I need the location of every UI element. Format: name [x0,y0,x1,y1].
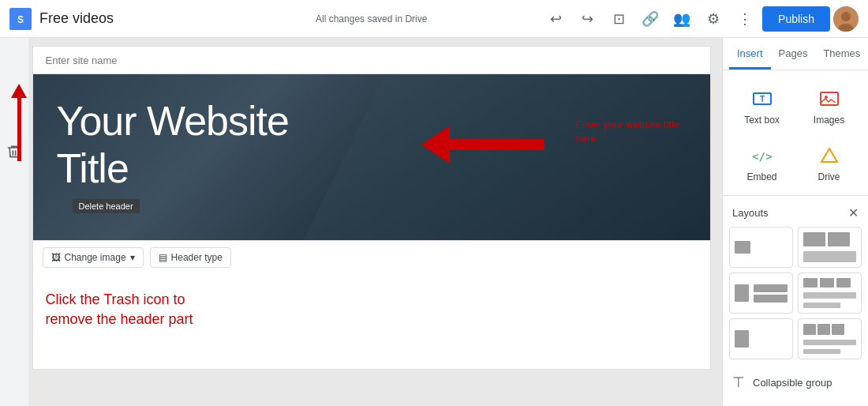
layouts-header: Layouts ✕ [729,202,862,227]
collapsible-icon: ⊤ [732,374,745,391]
link-button[interactable]: 🔗 [636,5,664,33]
dropdown-arrow: ▾ [130,252,135,263]
collapsible-group-item[interactable]: ⊤ Collapsible group [723,366,868,399]
document-title: Free videos [39,10,201,27]
layout-item-5[interactable] [729,318,793,359]
layout-item-4[interactable] [798,273,862,314]
app-logo: S [9,8,32,30]
textbox-label: Text box [744,115,780,126]
share-button[interactable]: 👥 [668,5,696,33]
main-layout: Your Website Title Enter your website ti… [0,38,868,406]
left-sidebar [0,38,28,406]
drive-label: Drive [817,171,840,182]
layouts-title: Layouts [732,207,769,219]
title-arrow [421,126,544,164]
svg-text:</>: </> [752,150,772,163]
insert-drive[interactable]: Drive [796,133,862,189]
annotation-area: Click the Trash icon toremove the header… [33,274,710,369]
delete-tooltip: Delete header [73,199,140,213]
insert-embed[interactable]: </> Embed [729,133,795,189]
site-name-bar [33,47,710,74]
layouts-section: Layouts ✕ [723,195,868,366]
up-arrow [11,84,27,161]
save-status: All changes saved in Drive [209,13,533,24]
svg-point-3 [841,12,851,21]
tab-themes[interactable]: Themes [815,38,868,70]
header-section[interactable]: Your Website Title Enter your website ti… [33,74,710,240]
insert-images[interactable]: Images [796,77,862,132]
avatar[interactable] [833,6,859,32]
undo-button[interactable]: ↩ [541,5,570,33]
layout-item-6[interactable] [798,318,862,359]
site-name-input[interactable] [46,55,698,66]
tab-insert[interactable]: Insert [729,38,771,70]
embed-icon: </> [750,143,775,168]
canvas-area: Your Website Title Enter your website ti… [28,38,722,406]
layout-item-3[interactable] [729,273,793,314]
layout-item-1[interactable] [729,227,793,268]
toolbar-icons: ↩ ↪ ⊡ 🔗 👥 ⚙ ⋮ Publish [541,5,859,33]
layout-grid [729,227,862,359]
images-label: Images [814,115,844,126]
page-container: Your Website Title Enter your website ti… [32,46,711,370]
panel-tabs: Insert Pages Themes [723,38,868,70]
topbar: S Free videos All changes saved in Drive… [0,0,868,38]
layout-item-2[interactable] [798,227,862,268]
svg-text:T: T [759,95,764,103]
tab-pages[interactable]: Pages [771,38,816,70]
insert-grid: T Text box Images </> Embed [723,70,868,195]
textbox-icon: T [750,86,775,111]
header-title: Your Website Title [57,98,289,193]
collapsible-label: Collapsible group [753,377,832,389]
insert-text-box[interactable]: T Text box [729,77,795,132]
redo-button[interactable]: ↪ [573,5,601,33]
embed-label: Embed [746,171,776,182]
header-type-button[interactable]: ▤ Header type [150,247,231,268]
svg-text:S: S [17,14,24,25]
publish-button[interactable]: Publish [762,6,830,32]
annotation-text: Click the Trash icon toremove the header… [46,290,698,329]
preview-button[interactable]: ⊡ [604,5,633,33]
layouts-close-button[interactable]: ✕ [848,205,859,220]
right-panel: Insert Pages Themes T Text box Images [722,38,868,406]
header-controls: 🖼 Change image ▾ ▤ Header type [33,240,710,274]
header-type-icon: ▤ [159,252,167,263]
more-button[interactable]: ⋮ [731,5,759,33]
change-image-button[interactable]: 🖼 Change image ▾ [43,247,144,268]
table-of-contents-item[interactable]: ☰ Table of contents [723,399,868,406]
settings-button[interactable]: ⚙ [699,5,728,33]
header-instruction: Enter your website title here [576,118,687,146]
drive-icon [817,143,842,168]
images-icon [817,86,842,111]
svg-rect-7 [821,92,838,105]
image-icon: 🖼 [51,252,61,263]
